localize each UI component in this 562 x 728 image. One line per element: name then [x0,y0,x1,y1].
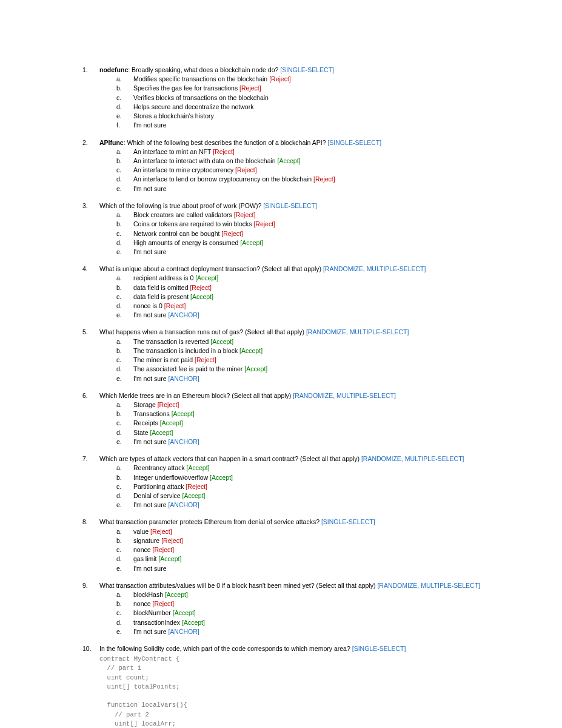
option: blockHash [Accept] [116,590,507,599]
option-text: An interface to interact with data on th… [133,157,278,164]
question-10: In the following Solidity code, which pa… [82,644,507,728]
code-block: contract MyContract { // part 1 uint cou… [99,655,507,728]
option-text: Verifies blocks of transactions on the b… [133,94,269,101]
stem-text: Which of the following is true about pro… [99,202,263,209]
option: An interface to interact with data on th… [116,157,507,166]
stem-prefix: APIfunc [99,139,124,146]
option-text: I'm not sure [133,185,167,192]
option-mark: [Reject] [269,75,291,83]
option-text: The miner is not paid [133,356,195,363]
option: Modifies specific transactions on the bl… [116,75,507,84]
option-mark: [Accept] [240,239,263,246]
option-list: The transaction is reverted [Accept]The … [116,337,507,383]
option-mark: [Reject] [213,148,235,155]
option-text: I'm not sure [133,501,168,508]
option-text: Receipts [133,419,160,426]
option-text: is 0 [151,302,164,309]
option-text: I'm not sure [133,628,168,635]
question-stem: nodefunc: Broadly speaking, what does a … [99,66,507,75]
option-text: field is present [146,293,190,300]
option: I'm not sure [116,564,507,573]
option-text: Stores a blockchain's history [133,112,214,120]
option: nonce [Reject] [116,545,507,554]
option-mark: [Reject] [161,537,183,544]
option: I'm not sure [116,248,507,257]
option-text: field is omitted [146,284,190,291]
option-list: Modifies specific transactions on the bl… [116,75,507,130]
option: signature [Reject] [116,536,507,545]
question-type-tag: [SINGLE-SELECT] [263,202,317,209]
stem-text: Which are types of attack vectors that c… [99,455,361,462]
stem-text: In the following Solidity code, which pa… [99,645,352,652]
stem-text: What transaction attributes/values will … [99,582,377,589]
option-text: Network control can be bought [133,230,221,237]
option-mark: [Reject] [153,600,175,607]
question-1: nodefunc: Broadly speaking, what does a … [82,66,507,130]
question-7: Which are types of attack vectors that c… [82,454,507,510]
option-mark: [Accept] [210,474,233,481]
option-mark: [ANCHOR] [168,375,199,382]
option-mark: [Accept] [158,555,181,562]
question-stem: What transaction attributes/values will … [99,581,507,590]
option-mark: [ANCHOR] [168,311,199,318]
option-list: Block creators are called validators [Re… [116,211,507,257]
option-list: Storage [Reject]Transactions [Accept]Rec… [116,400,507,447]
option-text: nonce [133,546,153,553]
option: Helps secure and decentralize the networ… [116,103,507,112]
option-text: State [133,429,150,436]
option: Verifies blocks of transactions on the b… [116,93,507,103]
option: I'm not sure [116,121,507,130]
option-mark: [Reject] [158,401,179,408]
option-mark: [Reject] [153,546,175,553]
question-list: nodefunc: Broadly speaking, what does a … [82,66,507,728]
option-prefix: nonce [133,302,151,309]
option-text: value [133,528,150,535]
option: Transactions [Accept] [116,410,507,419]
question-stem: What transaction parameter protects Ethe… [99,517,507,527]
option-text: Modifies specific transactions on the bl… [133,75,269,83]
option: An interface to lend or borrow cryptocur… [116,175,507,184]
stem-prefix: nodefunc [99,66,128,73]
option-mark: [Accept] [190,293,213,300]
question-3: Which of the following is true about pro… [82,201,507,257]
option-text: Block creators are called validators [133,211,234,218]
option: nonce is 0 [Reject] [116,302,507,311]
option-list: recipient address is 0 [Accept]data fiel… [116,274,507,320]
option: blockNumber [Accept] [116,608,507,618]
option-text: High amounts of energy is consumed [133,239,240,246]
option: recipient address is 0 [Accept] [116,274,507,283]
option-text: Transactions [133,410,172,417]
question-2: APIfunc: Which of the following best des… [82,138,507,194]
option-mark: [Reject] [221,230,243,237]
question-4: What is unique about a contract deployme… [82,265,507,320]
stem-text: : Which of the following best describes … [124,139,328,146]
option: I'm not sure [ANCHOR] [116,627,507,636]
option-text: The transaction is included in a block [133,347,239,354]
option-text: transactionIndex [133,619,182,626]
option-mark: [Accept] [239,347,263,354]
question-type-tag: [SINGLE-SELECT] [352,645,406,652]
option-text: Storage [133,401,158,408]
option-list: An interface to mint an NFT [Reject]An i… [116,147,507,194]
option-text: I'm not sure [133,375,168,382]
option-mark: [Accept] [210,338,233,345]
question-6: Which Merkle trees are in an Ethereum bl… [82,391,507,447]
option: Network control can be bought [Reject] [116,229,507,238]
option-text: Specifies the gas fee for transactions [133,84,239,92]
option-list: blockHash [Accept]nonce [Reject]blockNum… [116,590,507,636]
question-type-tag: [SINGLE-SELECT] [321,518,375,525]
option: Stores a blockchain's history [116,112,507,121]
option-prefix: data [133,284,146,291]
option-text: blockHash [133,591,165,598]
option: Specifies the gas fee for transactions [… [116,84,507,93]
question-stem: APIfunc: Which of the following best des… [99,138,507,147]
stem-text: What transaction parameter protects Ethe… [99,518,321,525]
option: An interface to mint an NFT [Reject] [116,147,507,157]
option-mark: [Accept] [172,410,195,417]
option-text: signature [133,537,161,544]
option-mark: [Accept] [182,492,206,499]
option-text: An interface to lend or borrow cryptocur… [133,175,313,183]
question-type-tag: [RANDOMIZE, MULTIPLE-SELECT] [377,582,480,589]
option-mark: [Reject] [164,302,186,309]
option-text: I'm not sure [133,121,167,129]
